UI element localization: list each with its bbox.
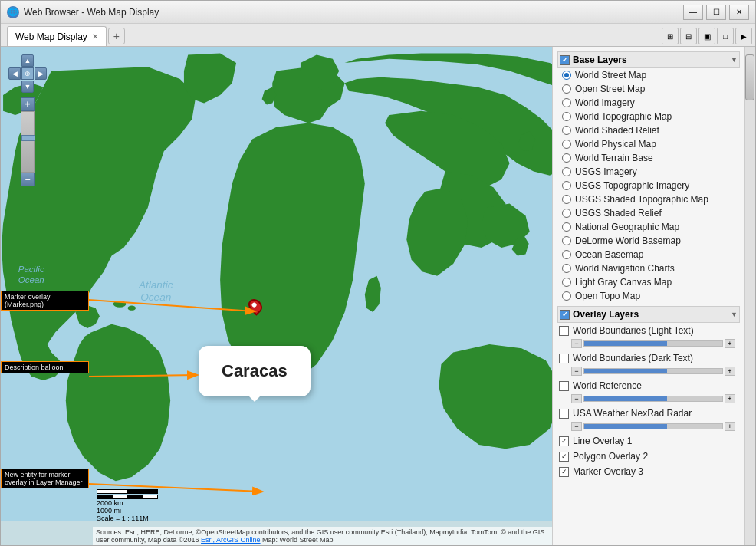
zoom-out-button[interactable]: −	[21, 173, 35, 186]
attribution-text: Sources: Esri, HERE, DeLorme, ©OpenStree…	[96, 528, 379, 536]
nav-up-button[interactable]: ▲	[21, 54, 34, 67]
base-layer-item[interactable]: Light Gray Canvas Map	[557, 275, 740, 289]
attribution-link[interactable]: Esri, ArcGIS Online	[201, 536, 261, 544]
base-layer-item[interactable]: World Street Map	[557, 68, 740, 82]
zoom-handle[interactable]	[21, 135, 35, 141]
radio-button[interactable]	[562, 98, 571, 107]
overlay-layers-collapse-icon[interactable]: ▼	[731, 311, 738, 318]
radio-button[interactable]	[562, 167, 571, 176]
radio-button[interactable]	[562, 250, 571, 259]
close-button[interactable]: ✕	[729, 5, 749, 20]
opacity-decrease-button[interactable]: −	[571, 339, 582, 348]
radio-button[interactable]	[562, 181, 571, 190]
line-overlay-checkbox[interactable]: ✓	[559, 436, 569, 446]
caracas-popup-balloon[interactable]: Caracas	[199, 346, 311, 396]
base-layer-item[interactable]: World Navigation Charts	[557, 261, 740, 275]
panel-scrollbar: ✓ Base Layers ▼ World Street MapOpen Str…	[553, 47, 755, 545]
opacity-increase-button[interactable]: +	[725, 339, 735, 348]
base-layer-item[interactable]: Open Street Map	[557, 82, 740, 96]
nav-center-button[interactable]: ⊕	[21, 67, 34, 80]
overlay-checkbox[interactable]	[559, 354, 569, 363]
zoom-slider[interactable]	[21, 111, 35, 173]
base-layer-item[interactable]: National Geographic Map	[557, 220, 740, 234]
tab-close-button[interactable]: ✕	[92, 32, 98, 41]
radio-button[interactable]	[562, 84, 571, 94]
radio-button[interactable]	[562, 112, 571, 121]
zoom-controls: + −	[21, 97, 35, 186]
opacity-decrease-button[interactable]: −	[571, 422, 582, 431]
base-layer-item[interactable]: USGS Shaded Relief	[557, 206, 740, 220]
base-layer-item[interactable]: World Imagery	[557, 96, 740, 110]
base-layer-item[interactable]: DeLorme World Basemap	[557, 234, 740, 248]
radio-button[interactable]	[562, 140, 571, 149]
overlay-checkbox[interactable]	[559, 381, 569, 391]
base-layer-item[interactable]: Ocean Basemap	[557, 248, 740, 261]
maximize-tab-icon[interactable]: □	[717, 28, 734, 44]
marker-overlay-checkbox[interactable]: ✓	[559, 467, 569, 477]
opacity-increase-button[interactable]: +	[725, 422, 735, 431]
overlay-checkbox[interactable]	[559, 409, 569, 419]
active-tab[interactable]: Web Map Display ✕	[7, 26, 107, 46]
radio-button[interactable]	[562, 264, 571, 273]
opacity-slider-track[interactable]	[583, 423, 723, 429]
nav-down-button[interactable]: ▼	[21, 81, 34, 93]
nav-right-button[interactable]: ▶	[35, 67, 47, 80]
map-attribution: Sources: Esri, HERE, DeLorme, ©OpenStree…	[93, 527, 552, 545]
overlay-layers-checkbox[interactable]: ✓	[560, 310, 570, 320]
panel-icon[interactable]: ▣	[698, 28, 715, 44]
radio-button[interactable]	[562, 222, 571, 232]
panel-scrolltrack[interactable]	[744, 47, 755, 545]
overlay-layer-item[interactable]: World Reference	[557, 378, 740, 393]
opacity-decrease-button[interactable]: −	[571, 394, 582, 403]
columns-icon[interactable]: ⊟	[680, 28, 697, 44]
marker-overlay-label: Marker Overlay 3	[573, 466, 643, 477]
more-icon[interactable]: ▶	[735, 28, 752, 44]
base-layers-checkbox[interactable]: ✓	[560, 55, 570, 65]
base-layer-item[interactable]: World Topographic Map	[557, 110, 740, 123]
radio-button[interactable]	[562, 126, 571, 135]
radio-button[interactable]	[562, 236, 571, 245]
overlay-layer-item[interactable]: World Boundaries (Light Text)	[557, 323, 740, 338]
base-layer-item[interactable]: USGS Shaded Topographic Map	[557, 192, 740, 206]
zoom-in-button[interactable]: +	[21, 97, 35, 111]
base-layer-item[interactable]: World Shaded Relief	[557, 123, 740, 137]
radio-button[interactable]	[562, 71, 571, 80]
tab-label: Web Map Display	[15, 31, 87, 42]
maximize-button[interactable]: ☐	[706, 5, 726, 20]
overlay-layer-item[interactable]: USA Weather NexRad Radar	[557, 406, 740, 421]
layer-label: Ocean Basemap	[575, 249, 643, 260]
grid-view-icon[interactable]: ⊞	[662, 28, 679, 44]
svg-text:Pacific: Pacific	[18, 265, 44, 274]
radio-button[interactable]	[562, 291, 571, 301]
base-layers-header[interactable]: ✓ Base Layers ▼	[557, 51, 740, 68]
opacity-slider-row: −+	[557, 393, 740, 406]
radio-button[interactable]	[562, 278, 571, 287]
nav-left-button[interactable]: ◀	[8, 67, 21, 80]
layer-label: World Street Map	[575, 70, 646, 81]
opacity-increase-button[interactable]: +	[725, 367, 735, 376]
polygon-overlay-item: ✓ Polygon Overlay 2	[557, 449, 740, 464]
opacity-slider-track[interactable]	[583, 368, 723, 374]
new-tab-button[interactable]: +	[108, 28, 125, 44]
panel-scrollthumb[interactable]	[745, 54, 754, 100]
polygon-overlay-checkbox[interactable]: ✓	[559, 452, 569, 462]
base-layer-item[interactable]: World Physical Map	[557, 137, 740, 151]
opacity-decrease-button[interactable]: −	[571, 367, 582, 376]
base-layer-item[interactable]: USGS Topographic Imagery	[557, 179, 740, 192]
radio-button[interactable]	[562, 195, 571, 204]
minimize-button[interactable]: —	[683, 5, 703, 20]
map-area[interactable]: Atlantic Ocean Pacific Ocean ▲ ◀ ⊕ ▶ ▼ +	[1, 47, 552, 545]
opacity-increase-button[interactable]: +	[725, 394, 735, 403]
radio-button[interactable]	[562, 209, 571, 218]
base-layers-collapse-icon[interactable]: ▼	[731, 56, 738, 64]
opacity-slider-track[interactable]	[583, 396, 723, 402]
base-layer-item[interactable]: Open Topo Map	[557, 289, 740, 303]
overlay-layers-header[interactable]: ✓ Overlay Layers ▼	[557, 306, 740, 323]
base-layer-item[interactable]: World Terrain Base	[557, 151, 740, 165]
opacity-slider-track[interactable]	[583, 340, 723, 347]
overlay-layer-item[interactable]: World Boundaries (Dark Text)	[557, 350, 740, 366]
overlay-checkbox[interactable]	[559, 326, 569, 336]
base-layer-item[interactable]: USGS Imagery	[557, 165, 740, 179]
caracas-marker[interactable]	[249, 298, 261, 314]
radio-button[interactable]	[562, 153, 571, 163]
